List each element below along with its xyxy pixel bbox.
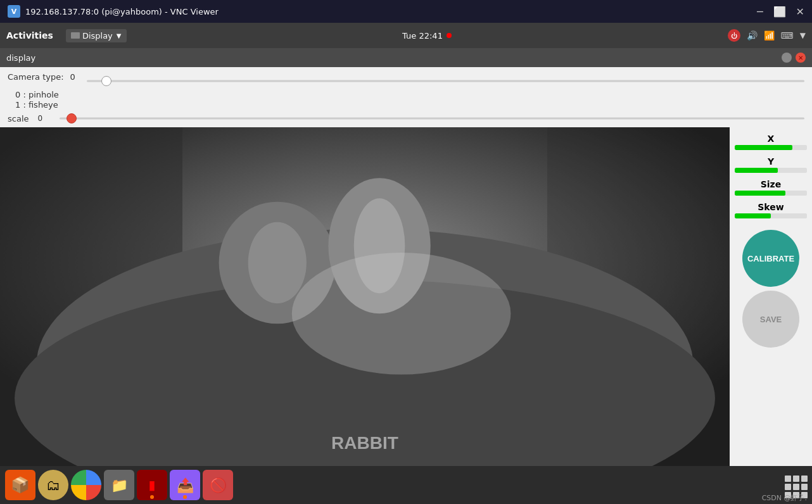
title-bar-controls: ─ ⬜ ✕ (757, 6, 804, 18)
size-bar-container (735, 191, 807, 196)
camera-type-value: 0 (70, 72, 75, 82)
recording-indicator (447, 33, 452, 38)
files2-glyph: 📁 (111, 477, 128, 493)
main-content: Camera type: 0 0 : pinhole 1 : fisheye s… (0, 67, 812, 466)
keyboard-icon[interactable]: ⌨ (781, 30, 794, 41)
window-controls: ✕ (782, 53, 806, 63)
taskbar-files2-icon[interactable]: 📁 (104, 470, 134, 500)
camera-option-0: 0 : pinhole (15, 90, 804, 99)
display-menu[interactable]: Display ▼ (66, 29, 127, 42)
taskbar-app-store-icon[interactable]: 📦 (5, 470, 35, 500)
blocked-glyph: 🚫 (210, 477, 227, 493)
terminal-glyph: ▮ (148, 477, 155, 493)
top-right-area: ⏻ 🔊 📶 ⌨ ▼ (728, 29, 806, 42)
taskbar-terminal-icon[interactable]: ▮ (137, 470, 167, 500)
window-close-button[interactable]: ✕ (796, 53, 806, 63)
camera-svg: RABBIT (0, 127, 730, 466)
scale-slider[interactable] (60, 112, 805, 125)
x-metric: X (735, 134, 807, 153)
skew-bar (735, 213, 771, 218)
top-center: Tue 22:41 (127, 31, 728, 41)
title-bar-text: 192.168.137.78:0 (pi@yahboom) - VNC View… (25, 7, 757, 16)
calibrate-button[interactable]: CALIBRATE (742, 230, 799, 287)
y-label: Y (735, 156, 807, 167)
minimize-button[interactable]: ─ (757, 6, 763, 18)
datetime-label: Tue 22:41 (402, 31, 443, 41)
size-metric: Size (735, 179, 807, 198)
grid-dot-5 (793, 484, 799, 490)
image-panel-row: RABBIT X Y Size (0, 127, 812, 466)
svg-point-7 (248, 222, 307, 303)
app-store-glyph: 📦 (11, 476, 30, 494)
grid-dot-3 (801, 476, 808, 482)
skew-metric: Skew (735, 202, 807, 221)
taskbar: 📦 🗂 📁 ▮ 📤 🚫 CSDN @虾子. (0, 466, 812, 504)
window-title: display (6, 53, 35, 63)
transfer-active-dot (183, 495, 187, 499)
maximize-button[interactable]: ⬜ (773, 6, 786, 18)
side-panel: X Y Size Skew (730, 127, 812, 466)
camera-feed: RABBIT (0, 127, 730, 466)
terminal-active-dot (150, 495, 154, 499)
y-bar-container (735, 168, 807, 173)
size-label: Size (735, 179, 807, 189)
x-bar (735, 145, 792, 150)
display-icon (71, 32, 80, 39)
camera-options: 0 : pinhole 1 : fisheye (15, 90, 804, 110)
camera-controls: Camera type: 0 0 : pinhole 1 : fisheye s… (0, 67, 812, 127)
skew-label: Skew (735, 202, 807, 212)
close-button[interactable]: ✕ (796, 6, 804, 18)
x-label: X (735, 134, 807, 144)
csdn-watermark: CSDN @虾子. (762, 493, 807, 503)
volume-icon[interactable]: 🔊 (747, 30, 758, 41)
top-bar: Activities Display ▼ Tue 22:41 ⏻ 🔊 📶 ⌨ ▼ (0, 23, 812, 48)
camera-type-slider[interactable] (87, 75, 804, 87)
slider-track (87, 80, 804, 82)
window-minimize-button[interactable] (782, 53, 792, 63)
display-chevron-icon: ▼ (117, 32, 122, 39)
scale-slider-track (60, 118, 805, 120)
camera-type-label: Camera type: (8, 72, 64, 82)
grid-dot-1 (785, 476, 791, 482)
camera-type-row: Camera type: 0 (8, 72, 804, 87)
skew-bar-container (735, 213, 807, 218)
wifi-icon[interactable]: 📶 (764, 30, 775, 41)
window-title-bar: display ✕ (0, 48, 812, 67)
scale-label: scale (8, 114, 29, 123)
x-bar-container (735, 145, 807, 150)
files-glyph: 🗂 (46, 477, 60, 493)
grid-dot-6 (801, 484, 808, 490)
size-bar (735, 191, 785, 196)
y-metric: Y (735, 156, 807, 175)
taskbar-transfer-icon[interactable]: 📤 (170, 470, 200, 500)
display-menu-label: Display (82, 31, 113, 41)
slider-thumb[interactable] (101, 76, 111, 86)
scale-row: scale 0 (8, 112, 804, 125)
svg-point-9 (292, 253, 511, 375)
grid-dot-2 (793, 476, 799, 482)
grid-dot-4 (785, 484, 791, 490)
power-icon[interactable]: ⏻ (728, 29, 740, 42)
taskbar-blocked-icon[interactable]: 🚫 (203, 470, 233, 500)
scale-value: 0 (38, 114, 51, 123)
taskbar-browser-icon[interactable] (71, 470, 101, 500)
title-bar: V 192.168.137.78:0 (pi@yahboom) - VNC Vi… (0, 0, 812, 23)
svg-text:RABBIT: RABBIT (331, 433, 398, 453)
y-bar (735, 168, 778, 173)
taskbar-files-icon[interactable]: 🗂 (38, 470, 68, 500)
activities-button[interactable]: Activities (6, 30, 53, 41)
save-button[interactable]: SAVE (742, 291, 799, 348)
vnc-logo: V (8, 5, 20, 18)
camera-option-1: 1 : fisheye (15, 100, 804, 110)
scale-slider-thumb[interactable] (67, 113, 77, 123)
chevron-down-icon[interactable]: ▼ (800, 31, 806, 40)
transfer-glyph: 📤 (177, 477, 194, 493)
